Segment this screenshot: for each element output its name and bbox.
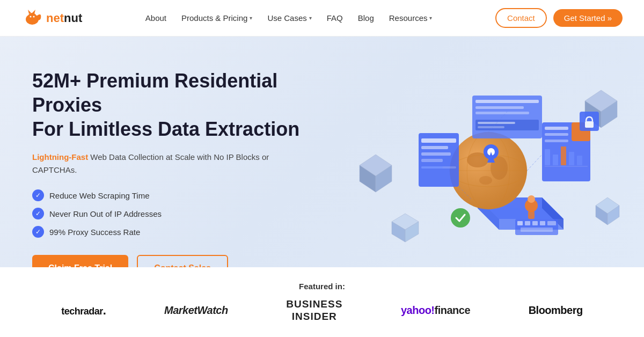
- hero-buttons: Claim Free Trial Contact Sales: [32, 255, 311, 267]
- svg-rect-34: [421, 138, 456, 143]
- svg-rect-49: [545, 127, 568, 130]
- nav-faq[interactable]: FAQ: [327, 13, 343, 23]
- svg-line-62: [527, 155, 542, 171]
- svg-rect-52: [545, 149, 550, 165]
- contact-button[interactable]: Contact: [495, 8, 547, 28]
- svg-point-4: [30, 16, 32, 17]
- nav-resources[interactable]: Resources ▾: [389, 13, 433, 23]
- nav-products-pricing[interactable]: Products & Pricing ▾: [181, 13, 252, 23]
- svg-rect-51: [545, 140, 568, 142]
- hero-content: 52M+ Premium Residential Proxies For Lim…: [32, 63, 311, 267]
- svg-rect-56: [577, 156, 582, 165]
- logo[interactable]: netnut: [21, 8, 82, 29]
- svg-rect-50: [545, 133, 568, 136]
- isometric-globe-illustration: [349, 47, 628, 262]
- svg-point-26: [479, 176, 492, 185]
- logo-text: netnut: [46, 11, 82, 25]
- svg-rect-37: [421, 159, 443, 162]
- svg-rect-69: [525, 221, 530, 225]
- hero-section: 52M+ Premium Residential Proxies For Lim…: [0, 36, 644, 267]
- featured-section: Featured in: techradar. MarketWatch BUSI…: [0, 267, 644, 337]
- marketwatch-logo: MarketWatch: [164, 304, 228, 317]
- svg-rect-68: [517, 221, 523, 225]
- hero-title: 52M+ Premium Residential Proxies For Lim…: [32, 69, 311, 141]
- navbar: netnut About Products & Pricing ▾ Use Ca…: [0, 0, 644, 36]
- svg-rect-39: [421, 166, 443, 169]
- contact-sales-button[interactable]: Contact Sales: [137, 255, 228, 267]
- svg-rect-46: [478, 126, 504, 128]
- svg-rect-70: [532, 221, 538, 225]
- svg-rect-44: [475, 120, 539, 130]
- svg-point-1: [28, 13, 36, 21]
- techradar-logo: techradar.: [61, 304, 106, 318]
- svg-rect-72: [547, 221, 556, 225]
- featured-logos: techradar. MarketWatch BUSINESSINSIDER y…: [32, 298, 612, 323]
- hero-subtitle: Lightning-Fast Web Data Collection at Sc…: [32, 151, 311, 177]
- svg-point-5: [33, 16, 35, 17]
- featured-label: Featured in:: [299, 282, 345, 291]
- check-icon-2: ✓: [32, 208, 44, 219]
- products-dropdown-arrow: ▾: [250, 15, 252, 21]
- svg-point-65: [528, 195, 535, 203]
- svg-rect-59: [585, 121, 594, 128]
- resources-dropdown-arrow: ▾: [429, 15, 432, 21]
- svg-rect-53: [553, 155, 558, 165]
- claim-free-trial-button[interactable]: Claim Free Trial: [32, 255, 128, 267]
- svg-rect-54: [561, 146, 566, 165]
- bloomberg-logo: Bloomberg: [529, 304, 583, 317]
- feature-item-1: ✓ Reduce Web Scraping Time: [32, 189, 311, 201]
- feature-list: ✓ Reduce Web Scraping Time ✓ Never Run O…: [32, 189, 311, 238]
- feature-item-2: ✓ Never Run Out of IP Addresses: [32, 208, 311, 219]
- svg-point-60: [451, 208, 470, 228]
- use-cases-dropdown-arrow: ▾: [309, 15, 312, 21]
- svg-rect-55: [569, 152, 574, 165]
- hero-illustration: [349, 47, 628, 262]
- nav-links: About Products & Pricing ▾ Use Cases ▾ F…: [145, 13, 433, 23]
- yahoo-finance-logo: yahoo!finance: [401, 304, 470, 317]
- svg-rect-71: [540, 221, 545, 225]
- svg-rect-36: [421, 152, 451, 156]
- nav-blog[interactable]: Blog: [358, 13, 374, 23]
- nav-actions: Contact Get Started »: [495, 8, 623, 28]
- svg-rect-35: [421, 146, 448, 149]
- svg-rect-41: [475, 100, 539, 103]
- get-started-button[interactable]: Get Started »: [553, 9, 623, 27]
- svg-rect-73: [521, 228, 553, 232]
- check-icon-1: ✓: [32, 189, 44, 201]
- svg-rect-43: [475, 112, 529, 114]
- nav-use-cases[interactable]: Use Cases ▾: [267, 13, 311, 23]
- nav-about[interactable]: About: [145, 13, 166, 23]
- svg-rect-42: [475, 106, 524, 109]
- check-icon-3: ✓: [32, 226, 44, 238]
- svg-rect-66: [528, 211, 535, 219]
- feature-item-3: ✓ 99% Proxy Success Rate: [32, 226, 311, 238]
- logo-icon: [21, 8, 43, 29]
- business-insider-logo: BUSINESSINSIDER: [286, 298, 342, 323]
